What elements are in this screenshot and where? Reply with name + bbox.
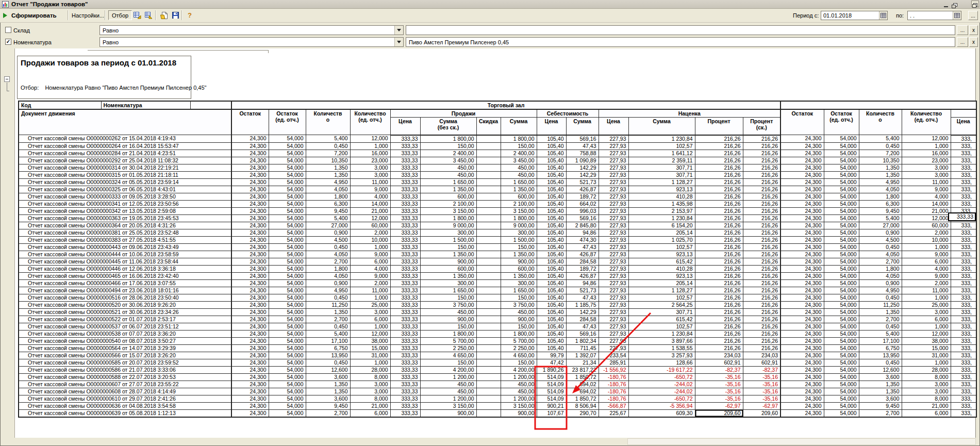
value-cell[interactable]: 1 650,00 [420,178,476,186]
value-cell[interactable]: 54,000 [824,193,859,200]
value-cell[interactable]: 6,000 [350,409,390,417]
value-cell[interactable]: 333, [951,352,976,359]
value-cell[interactable]: 24,300 [231,236,269,243]
value-cell[interactable]: 24,300 [231,366,269,373]
value-cell[interactable]: 24,300 [780,366,824,373]
value-cell[interactable]: 216,26 [743,243,780,251]
value-cell[interactable]: 333,33 [390,359,420,366]
value-cell[interactable]: 24,300 [780,395,824,402]
value-cell[interactable]: 24,300 [780,279,824,287]
value-cell[interactable]: 333, [951,409,976,417]
value-cell[interactable]: 12,000 [350,135,390,143]
value-cell[interactable] [476,142,501,150]
value-cell[interactable]: 1 230,84 [628,135,695,143]
value-cell[interactable]: 1 500,00 [501,236,537,243]
value-cell[interactable]: 216,26 [695,236,743,243]
value-cell[interactable]: 227,93 [599,308,628,316]
sklad-condition-select[interactable]: Равно [99,25,404,35]
value-cell[interactable]: 1 200,00 [420,395,476,402]
value-cell[interactable]: 12,000 [902,135,951,143]
value-cell[interactable]: 150,00 [501,323,537,330]
value-cell[interactable]: 216,26 [695,272,743,279]
value-cell[interactable]: 105,40 [537,222,566,229]
value-cell[interactable] [476,287,501,294]
value-cell[interactable]: 17,100 [306,337,350,344]
value-cell[interactable] [476,409,501,417]
value-cell[interactable]: 216,26 [695,279,743,287]
value-cell[interactable]: -82,37 [695,366,743,373]
value-cell[interactable]: -35,16 [743,373,780,381]
value-cell[interactable]: 60,000 [902,222,951,229]
value-cell[interactable]: 1 350,00 [420,272,476,279]
doc-cell[interactable]: Отчет кассовой смены О0000000466 от 17.0… [19,279,231,287]
value-cell[interactable]: 24,300 [780,150,824,157]
value-cell[interactable]: 333, [951,236,976,243]
value-cell[interactable]: 225,67 [599,409,628,417]
value-cell[interactable]: 94,86 [566,279,599,287]
value-cell[interactable]: 54,000 [269,214,306,222]
value-cell[interactable]: 2,000 [350,279,390,287]
value-cell[interactable]: 333, [951,359,976,366]
value-cell[interactable]: 333,33 [390,272,420,279]
value-cell[interactable]: 333, [951,186,976,193]
value-cell[interactable]: 333,33 [390,200,420,207]
value-cell[interactable]: 6,000 [902,258,951,265]
value-cell[interactable]: 333,33 [390,301,420,308]
value-cell[interactable]: 54,000 [824,157,859,164]
doc-cell[interactable]: Отчет кассовой смены О0000000610 от 29.0… [19,395,231,402]
value-cell[interactable]: 105,40 [537,316,566,323]
value-cell[interactable]: 609,30 [628,409,695,417]
value-cell[interactable]: 216,26 [743,272,780,279]
settings-button[interactable]: Настройки... [72,10,104,20]
value-cell[interactable]: 54,000 [269,193,306,200]
value-cell[interactable]: 16,000 [902,150,951,157]
value-cell[interactable]: 142,29 [566,171,599,178]
value-cell[interactable]: 150,00 [420,142,476,150]
value-cell[interactable]: 9,000 [350,272,390,279]
value-cell[interactable]: 54,000 [824,395,859,402]
value-cell[interactable]: 54,000 [824,308,859,316]
value-cell[interactable]: 0,900 [306,279,350,287]
value-cell[interactable]: 216,26 [743,214,780,222]
value-cell[interactable]: 569,16 [566,330,599,337]
value-cell[interactable]: 54,000 [824,359,859,366]
value-cell[interactable]: 2 100,00 [501,200,537,207]
value-cell[interactable]: 1 200,00 [501,395,537,402]
value-cell[interactable]: 24,300 [780,214,824,222]
value-cell[interactable]: -35,16 [743,381,780,388]
value-cell[interactable]: 216,26 [743,193,780,200]
value-cell[interactable]: 11,250 [859,301,902,308]
value-cell[interactable]: 216,26 [743,200,780,207]
value-cell[interactable]: 9,450 [859,402,902,409]
value-cell[interactable]: 227,93 [599,222,628,229]
value-cell[interactable]: 24,300 [780,171,824,178]
value-cell[interactable]: 227,93 [599,316,628,323]
value-cell[interactable]: 307,71 [628,308,695,316]
value-cell[interactable]: 24,300 [231,214,269,222]
value-cell[interactable]: 216,26 [743,344,780,352]
value-cell[interactable]: 227,93 [599,330,628,337]
value-cell[interactable]: 333, [951,150,976,157]
value-cell[interactable]: 216,26 [695,251,743,258]
value-cell[interactable]: 54,000 [824,301,859,308]
doc-cell[interactable]: Отчет кассовой смены О0000000608 от 28.0… [19,388,231,395]
doc-cell[interactable]: Отчет кассовой смены О0000000333 от 09.0… [19,193,231,200]
value-cell[interactable]: 9,000 [350,251,390,258]
value-cell[interactable]: 216,26 [743,157,780,164]
value-cell[interactable]: 227,93 [599,135,628,143]
value-cell[interactable]: 150,00 [501,243,537,251]
value-cell[interactable]: 38,000 [902,337,951,344]
value-cell[interactable]: 24,300 [231,279,269,287]
value-cell[interactable]: 54,000 [824,272,859,279]
value-cell[interactable]: 105,40 [537,265,566,272]
value-cell[interactable]: 521,73 [566,178,599,186]
value-cell[interactable]: 450,00 [420,388,476,395]
value-cell[interactable]: 2,700 [306,316,350,323]
value-cell[interactable]: 9,450 [306,207,350,214]
chevron-down-icon[interactable] [394,38,403,46]
value-cell[interactable]: 333, [951,229,976,236]
value-cell[interactable] [476,229,501,236]
value-cell[interactable]: 233,54 [599,352,628,359]
value-cell[interactable]: 333,33 [390,366,420,373]
value-cell[interactable]: 333,33 [390,150,420,157]
